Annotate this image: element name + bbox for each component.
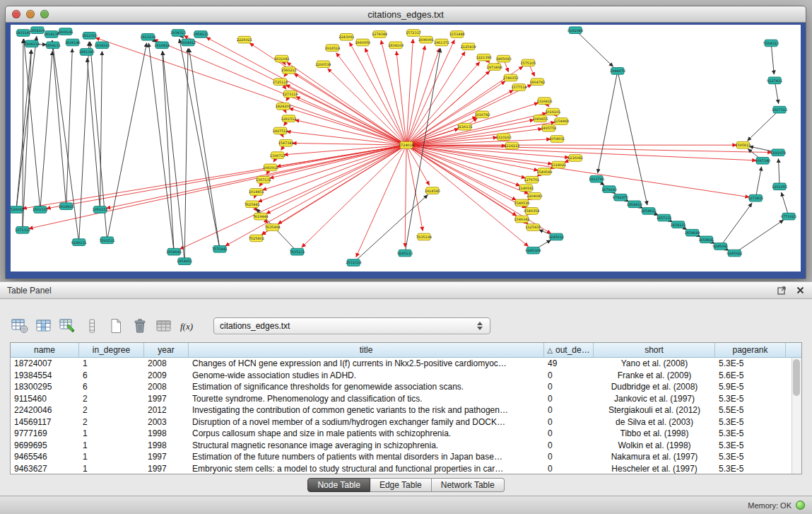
graph-edge[interactable] — [598, 71, 618, 173]
graph-node[interactable]: 1854614 — [627, 201, 642, 208]
graph-node[interactable]: 1918514 — [324, 45, 340, 52]
table-row[interactable]: 969969511998Structural magnetic resonanc… — [11, 440, 801, 452]
cell-short[interactable]: Wolkin et al. (1998) — [594, 440, 715, 450]
new-column-icon[interactable] — [106, 317, 126, 335]
cell-out_degree[interactable]: 0 — [544, 370, 594, 380]
cell-pagerank[interactable]: 5.3E-5 — [715, 452, 786, 462]
graph-node[interactable]: 1749353 — [502, 74, 518, 81]
cell-short[interactable]: de Silva et al. (2003) — [594, 417, 715, 427]
graph-edge[interactable] — [100, 51, 102, 209]
table-settings-icon[interactable] — [10, 317, 30, 335]
cell-pagerank[interactable]: 5.3E-5 — [715, 417, 786, 427]
cell-year[interactable]: 1997 — [144, 464, 189, 474]
column-header-short[interactable]: short — [594, 343, 715, 357]
graph-node[interactable]: 1495758 — [541, 124, 556, 132]
graph-node[interactable]: 9245041 — [712, 243, 728, 250]
graph-edge[interactable] — [163, 51, 174, 252]
graph-edge[interactable] — [266, 145, 406, 214]
graph-node[interactable]: 1276701 — [524, 176, 539, 183]
graph-edge[interactable] — [95, 37, 406, 145]
graph-edge[interactable] — [336, 53, 406, 146]
graph-edge[interactable] — [16, 36, 37, 209]
graph-edge[interactable] — [52, 40, 66, 206]
graph-edge[interactable] — [163, 51, 184, 261]
graph-node[interactable]: 8549354 — [524, 208, 539, 215]
graph-node[interactable]: 1501535 — [33, 206, 48, 214]
graph-edge[interactable] — [107, 43, 147, 240]
cell-in_degree[interactable]: 1 — [79, 428, 144, 438]
cell-pagerank[interactable]: 5.3E-5 — [715, 358, 786, 368]
graph-node[interactable]: 9245113 — [397, 250, 413, 257]
graph-node[interactable]: 1910414 — [154, 42, 170, 49]
graph-node[interactable]: 1934412 — [180, 39, 196, 46]
cell-in_degree[interactable]: 6 — [79, 370, 144, 380]
graph-node[interactable]: 9245304 — [525, 247, 541, 254]
graph-edge[interactable] — [40, 51, 52, 209]
cell-in_degree[interactable]: 2 — [79, 394, 144, 404]
cell-in_degree[interactable]: 6 — [79, 382, 144, 392]
graph-node[interactable]: 1054931 — [549, 136, 565, 143]
graph-node[interactable]: 1273415 — [748, 194, 763, 201]
graph-node[interactable]: 1696091 — [418, 36, 434, 43]
cell-in_degree[interactable]: 1 — [79, 452, 144, 462]
graph-node[interactable]: 1841340 — [79, 49, 95, 56]
graph-edge[interactable] — [189, 49, 220, 250]
graph-edge[interactable] — [106, 145, 406, 208]
edit-table-icon[interactable] — [58, 317, 78, 335]
cell-short[interactable]: Dudbridge et al. (2008) — [594, 382, 715, 392]
cell-year[interactable]: 2009 — [144, 370, 189, 380]
function-builder-icon[interactable]: f(x) — [178, 317, 198, 335]
cell-out_degree[interactable]: 0 — [544, 452, 594, 462]
table-row[interactable]: 946554611997Estimation of the future num… — [11, 451, 801, 463]
graph-node[interactable]: 1654644 — [684, 229, 700, 236]
graph-edge[interactable] — [755, 167, 761, 198]
graph-node[interactable]: 1854131 — [45, 42, 61, 49]
graph-edge[interactable] — [406, 145, 526, 178]
graph-node[interactable]: 7625441 — [245, 201, 260, 208]
graph-node[interactable]: 1125435 — [525, 224, 541, 231]
graph-node[interactable]: 1834104 — [388, 42, 404, 49]
graph-node[interactable]: 1083913 — [263, 164, 278, 171]
graph-node[interactable]: 7635194 — [416, 233, 432, 240]
graph-edge[interactable] — [52, 40, 79, 243]
column-header-year[interactable]: year — [144, 343, 189, 357]
graph-node[interactable]: 1854612 — [641, 208, 657, 215]
window-titlebar[interactable]: citations_edges.txt — [6, 6, 806, 23]
graph-edge[interactable] — [328, 69, 406, 145]
cell-in_degree[interactable]: 1 — [79, 440, 144, 450]
graph-edge[interactable] — [405, 145, 406, 247]
graph-node[interactable]: 1811746 — [589, 175, 604, 182]
graph-node[interactable]: 1918916 — [59, 203, 74, 210]
cell-out_degree[interactable]: 0 — [544, 405, 594, 415]
cell-out_degree[interactable]: 0 — [544, 394, 594, 404]
cell-name[interactable]: 9777169 — [11, 428, 79, 438]
graph-edge[interactable] — [184, 35, 406, 145]
graph-edge[interactable] — [148, 43, 174, 252]
table-row[interactable]: 1456911722003Disruption of a novel membe… — [11, 416, 801, 428]
cell-year[interactable]: 2003 — [144, 417, 189, 427]
graph-node[interactable]: 1427512 — [273, 127, 288, 134]
graph-node[interactable]: 1306713 — [270, 152, 286, 159]
graph-node[interactable]: 1154469 — [553, 118, 569, 125]
cell-name[interactable]: 9465546 — [11, 452, 79, 462]
cell-year[interactable]: 2008 — [144, 358, 189, 368]
cell-out_degree[interactable]: 0 — [544, 382, 594, 392]
graph-node[interactable]: 1089655 — [532, 115, 548, 122]
cell-name[interactable]: 9115460 — [11, 394, 79, 404]
table-row[interactable]: 946362711997Embryonic stem cells: a mode… — [11, 463, 801, 474]
cell-title[interactable]: Tourette syndrome. Phenomenology and cla… — [189, 394, 544, 404]
cell-title[interactable]: Genome-wide association studies in ADHD. — [189, 370, 544, 380]
graph-node[interactable]: 1725118 — [273, 78, 288, 86]
graph-node[interactable]: 1367131 — [256, 176, 271, 183]
graph-node[interactable]: 5501531 — [99, 237, 114, 244]
graph-node[interactable]: 2243091 — [339, 33, 354, 40]
graph-node[interactable]: 1549530 — [514, 199, 529, 206]
graph-node[interactable]: 1151448 — [449, 31, 465, 38]
graph-edge[interactable] — [295, 120, 406, 146]
cell-name[interactable]: 19384554 — [11, 370, 79, 380]
cell-pagerank[interactable]: 5.5E-5 — [715, 405, 786, 415]
graph-edge[interactable] — [269, 145, 406, 178]
graph-node[interactable]: 1273119 — [283, 90, 298, 98]
graph-node[interactable]: 1373313 — [15, 227, 30, 234]
graph-node[interactable]: 1310163 — [495, 134, 511, 141]
